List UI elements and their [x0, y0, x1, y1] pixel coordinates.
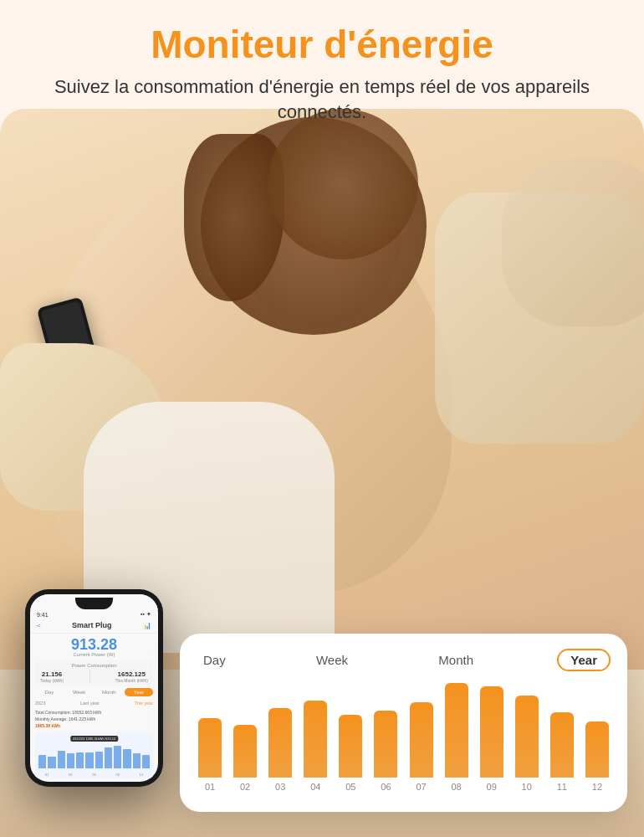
phone-bar-0: [38, 755, 46, 768]
chart-bar-label-10: 10: [522, 782, 532, 792]
chart-bar-label-11: 11: [557, 782, 567, 792]
phone-stat-total: Total Consumption: 18052.663 kWh: [35, 709, 153, 716]
phone-consumption-row: 21.156 Today (kWh) 1652.125 This Month (…: [40, 670, 148, 683]
page-subtitle: Suivez la consommation d'énergie en temp…: [33, 74, 611, 126]
chart-bar-label-05: 05: [345, 782, 355, 792]
chart-bar-04: [304, 701, 327, 778]
chart-bar-label-07: 07: [416, 782, 426, 792]
phone-mini-chart: 2022/23 1390.31kWh €33.12 0103060912: [35, 732, 153, 778]
chart-bar-group-01: 01: [197, 683, 223, 792]
chart-bar-group-02: 02: [232, 683, 258, 792]
chart-bar-group-09: 09: [478, 683, 505, 792]
phone-bar-1: [48, 757, 55, 768]
phone-app-title: Smart Plug: [41, 621, 143, 629]
phone-time: 9:41: [37, 612, 49, 618]
chart-bar-12: [585, 721, 609, 778]
page-wrapper: Moniteur d'énergie Suivez la consommatio…: [0, 0, 644, 837]
chart-bar-label-02: 02: [240, 782, 250, 792]
phone-bar-labels: 0103060912: [35, 773, 153, 777]
phone-bar-4: [76, 752, 84, 769]
phone-today-value: 21.156: [40, 670, 64, 678]
phone-screen: 9:41 ▪▪ ✦ < Smart Plug 📊 913.28 Current …: [30, 594, 158, 782]
phone-tab-month[interactable]: Month: [95, 688, 124, 696]
phone-bar-7: [105, 747, 112, 768]
chart-bar-11: [550, 712, 574, 778]
chart-bar-label-06: 06: [381, 782, 391, 792]
chart-bar-group-12: 12: [584, 683, 611, 792]
chart-bar-label-08: 08: [451, 782, 461, 792]
chart-bar-group-08: 08: [443, 683, 470, 792]
phone-stats: Total Consumption: 18052.663 kWh Monthly…: [30, 707, 158, 731]
phone-consumption-box: Power Consumption 21.156 Today (kWh) 165…: [35, 660, 153, 686]
phone-stat-avg: Monthly Average: 1641.223 kWh: [35, 716, 153, 722]
phone-status-bar: 9:41 ▪▪ ✦: [30, 609, 158, 619]
chart-bar-label-12: 12: [592, 782, 602, 792]
phone-year-selector: 2023 Last year This year: [30, 699, 158, 707]
chart-bars-area: 010203040506070809101112: [197, 683, 611, 792]
chart-panel: Day Week Month Year 01020304050607080910…: [180, 634, 627, 812]
phone-consumption-title: Power Consumption: [40, 663, 148, 668]
chart-tab-month[interactable]: Month: [432, 650, 480, 670]
phone-bar-9: [123, 749, 130, 768]
chart-bar-group-11: 11: [549, 683, 575, 792]
phone-chart-tooltip: 2022/23 1390.31kWh €33.12: [70, 736, 118, 742]
phone-bar-10: [133, 753, 141, 768]
phone-bar-11: [142, 755, 150, 768]
phone-tab-day[interactable]: Day: [35, 688, 64, 696]
phone-month-consumption: 1652.125 This Month (kWh): [115, 670, 148, 683]
chart-bar-group-06: 06: [372, 683, 399, 792]
chart-bar-08: [445, 683, 468, 778]
chart-bar-06: [374, 711, 397, 778]
phone-year-last[interactable]: Last year: [80, 701, 100, 706]
chart-tabs: Day Week Month Year: [197, 649, 611, 671]
phone-power-display: 913.28 Current Power (W): [30, 634, 158, 659]
phone-bar-6: [95, 752, 103, 768]
phone-year-this[interactable]: This year: [134, 701, 153, 706]
chart-tab-day[interactable]: Day: [197, 650, 233, 670]
chart-bar-02: [233, 725, 257, 778]
phone-tab-week[interactable]: Week: [65, 688, 94, 696]
phone-month-value: 1652.125: [115, 670, 148, 678]
phone-today-consumption: 21.156 Today (kWh): [40, 670, 64, 683]
phone-bar-2: [58, 751, 65, 768]
chart-bar-01: [198, 718, 222, 778]
phone-month-label: This Month (kWh): [115, 678, 148, 683]
chart-bar-07: [410, 702, 433, 778]
phone-today-label: Today (kWh): [40, 678, 64, 683]
chart-bar-group-04: 04: [302, 683, 329, 792]
chart-tab-week[interactable]: Week: [309, 650, 355, 670]
chart-bar-label-04: 04: [310, 782, 320, 792]
page-title: Moniteur d'énergie: [33, 23, 611, 66]
phone-year-2023[interactable]: 2023: [35, 701, 45, 706]
phone-power-unit: Current Power (W): [30, 652, 158, 657]
chart-bar-10: [515, 696, 539, 778]
phone-signal-icons: ▪▪ ✦: [141, 611, 151, 618]
chart-tab-year[interactable]: Year: [557, 649, 611, 671]
chart-bar-label-03: 03: [275, 782, 285, 792]
chart-bar-03: [268, 708, 292, 778]
phone-mockup: 9:41 ▪▪ ✦ < Smart Plug 📊 913.28 Current …: [25, 589, 163, 787]
chart-bar-group-03: 03: [267, 683, 294, 792]
chart-bar-group-07: 07: [407, 683, 434, 792]
chart-bar-05: [339, 715, 362, 778]
phone-power-value: 913.28: [30, 637, 158, 652]
chart-bar-09: [480, 686, 503, 778]
phone-chart-icon[interactable]: 📊: [143, 622, 151, 629]
phone-stat-highlight: 1865.38 kWh: [35, 722, 153, 729]
phone-tab-year[interactable]: Year: [125, 688, 153, 696]
phone-bar-8: [114, 746, 121, 768]
top-text-section: Moniteur d'énergie Suivez la consommatio…: [0, 0, 644, 134]
phone-bar-5: [85, 752, 93, 768]
chart-bar-group-10: 10: [514, 683, 540, 792]
chart-bar-label-09: 09: [487, 782, 497, 792]
chart-bar-group-05: 05: [337, 683, 364, 792]
phone-app-header: < Smart Plug 📊: [30, 619, 158, 634]
phone-tabs: Day Week Month Year: [35, 688, 153, 696]
phone-bar-3: [67, 753, 74, 768]
phone-frame: 9:41 ▪▪ ✦ < Smart Plug 📊 913.28 Current …: [25, 589, 163, 787]
chart-bar-label-01: 01: [205, 782, 215, 792]
